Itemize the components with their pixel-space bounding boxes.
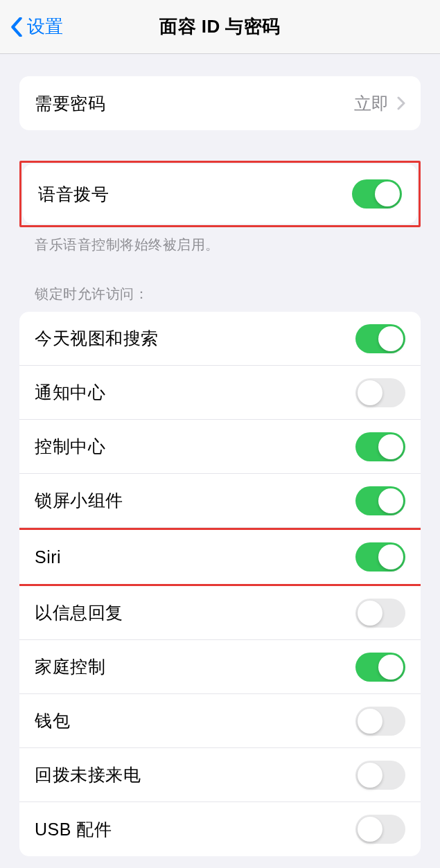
lock-access-label: 控制中心: [35, 435, 105, 458]
lock-access-toggle[interactable]: [355, 761, 405, 790]
lock-access-toggle[interactable]: [355, 432, 405, 461]
lock-access-row[interactable]: 今天视图和搜索: [19, 312, 421, 366]
lock-access-group: 今天视图和搜索通知中心控制中心锁屏小组件Siri以信息回复家庭控制钱包回拨未接来…: [19, 312, 421, 856]
lock-access-label: 锁屏小组件: [35, 489, 123, 512]
lock-access-toggle[interactable]: [355, 542, 405, 572]
lock-access-toggle[interactable]: [355, 599, 405, 628]
lock-access-row[interactable]: 通知中心: [19, 366, 421, 420]
voice-dial-row[interactable]: 语音拨号: [23, 164, 417, 224]
lock-access-header: 锁定时允许访问：: [19, 285, 421, 312]
toggle-knob: [358, 380, 382, 405]
toggle-knob: [378, 544, 403, 569]
require-passcode-row[interactable]: 需要密码 立即: [19, 76, 421, 130]
voice-dial-label: 语音拨号: [38, 183, 109, 206]
toggle-knob: [358, 601, 382, 626]
back-button[interactable]: 设置: [10, 15, 63, 39]
lock-access-toggle[interactable]: [355, 653, 405, 682]
lock-access-footer: iPhone 锁定超过一小时后，需先解锁 iPhone 才能允许 USB 配件连…: [19, 856, 421, 868]
toggle-knob: [378, 434, 403, 459]
back-label: 设置: [27, 15, 63, 39]
require-passcode-label: 需要密码: [35, 92, 105, 115]
require-passcode-group: 需要密码 立即: [19, 76, 421, 130]
lock-access-label: 回拨未接来电: [35, 763, 141, 786]
lock-access-label: 通知中心: [35, 381, 105, 404]
lock-access-row[interactable]: 回拨未接来电: [19, 748, 421, 802]
lock-access-row[interactable]: 以信息回复: [19, 586, 421, 640]
lock-access-row[interactable]: 家庭控制: [19, 640, 421, 694]
lock-access-row[interactable]: USB 配件: [19, 802, 421, 856]
voice-dial-group: 语音拨号: [23, 164, 417, 224]
toggle-knob: [378, 488, 403, 513]
lock-access-row[interactable]: Siri: [19, 530, 421, 584]
toggle-knob: [378, 326, 403, 351]
require-passcode-value: 立即: [354, 92, 389, 115]
lock-access-toggle[interactable]: [355, 707, 405, 736]
toggle-knob: [358, 709, 382, 734]
lock-access-row[interactable]: 控制中心: [19, 420, 421, 474]
toggle-knob: [358, 763, 382, 788]
lock-access-toggle[interactable]: [355, 324, 405, 353]
page-title: 面容 ID 与密码: [159, 15, 281, 39]
lock-access-toggle[interactable]: [355, 378, 405, 407]
chevron-left-icon: [10, 17, 23, 37]
lock-access-toggle[interactable]: [355, 815, 405, 844]
lock-access-row[interactable]: 钱包: [19, 694, 421, 748]
lock-access-toggle[interactable]: [355, 486, 405, 515]
lock-access-label: 钱包: [35, 709, 70, 732]
nav-header: 设置 面容 ID 与密码: [0, 0, 440, 54]
lock-access-label: 家庭控制: [35, 655, 105, 678]
lock-access-label: 今天视图和搜索: [35, 327, 159, 350]
lock-access-label: USB 配件: [35, 818, 112, 841]
lock-access-label: 以信息回复: [35, 601, 123, 624]
toggle-knob: [375, 181, 400, 206]
lock-access-row[interactable]: 锁屏小组件: [19, 474, 421, 528]
toggle-knob: [378, 655, 403, 680]
chevron-right-icon: [397, 96, 405, 110]
voice-dial-toggle[interactable]: [352, 179, 402, 209]
toggle-knob: [358, 817, 382, 842]
lock-access-label: Siri: [35, 547, 61, 567]
voice-dial-footer: 音乐语音控制将始终被启用。: [19, 227, 421, 254]
